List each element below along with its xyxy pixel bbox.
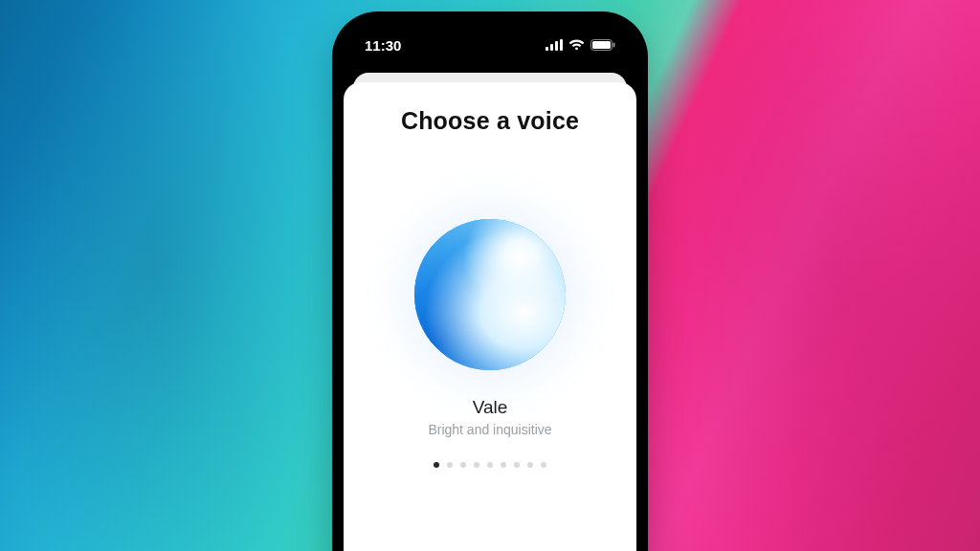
page-title: Choose a voice [401,107,579,135]
wifi-icon [568,39,585,51]
status-icons [546,39,615,51]
battery-icon [590,39,615,51]
svg-rect-0 [546,47,548,51]
voice-avatar[interactable] [414,219,566,370]
pager-dot[interactable] [501,462,506,468]
pager-dot[interactable] [460,462,466,468]
voice-sheet: Choose a voice Vale Bright and inquisiti… [344,82,636,551]
cellular-icon [546,39,563,51]
voice-name: Vale [473,397,508,418]
voice-description: Bright and inquisitive [428,422,551,437]
svg-rect-3 [560,39,563,51]
pager-dot[interactable] [514,462,520,468]
pager-dot[interactable] [434,462,439,468]
pager-dot[interactable] [474,462,479,468]
pager-dot[interactable] [541,462,546,468]
svg-rect-5 [592,41,611,49]
pager-dot[interactable] [487,462,493,468]
voice-orb-graphic [414,219,566,370]
page-indicator[interactable] [434,462,546,468]
status-time: 11:30 [365,37,401,54]
svg-rect-1 [550,44,553,51]
wallpaper: 11:30 [0,0,980,551]
svg-rect-2 [555,41,558,51]
svg-rect-6 [613,43,615,48]
sheet-stack: Choose a voice Vale Bright and inquisiti… [344,73,636,551]
pager-dot[interactable] [527,462,533,468]
pager-dot[interactable] [447,462,453,468]
status-bar: 11:30 [344,23,636,67]
phone-frame: 11:30 [332,11,648,551]
phone-screen: 11:30 [344,23,636,551]
